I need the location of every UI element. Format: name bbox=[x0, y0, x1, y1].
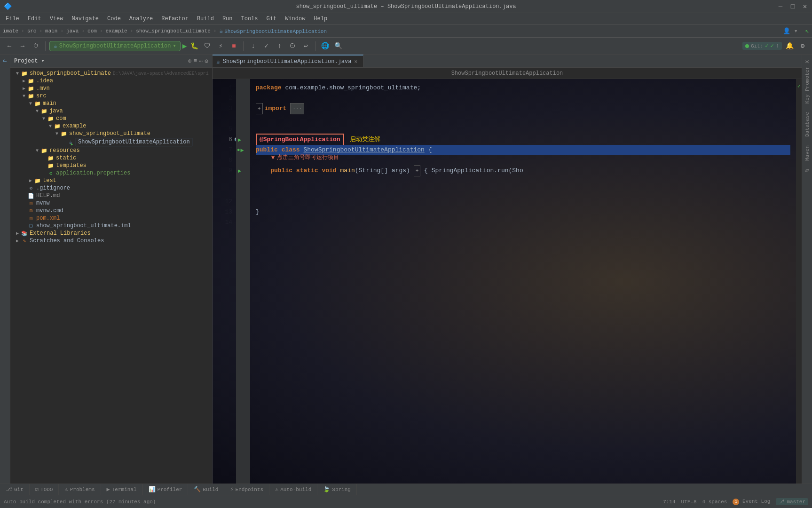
bottom-tab-autobuild[interactable]: ⚠ Auto-build bbox=[269, 484, 317, 495]
tree-mvnw[interactable]: m mvnw bbox=[10, 199, 212, 207]
debug-gutter-icon-7[interactable]: ● bbox=[237, 147, 240, 153]
translate-button[interactable]: 🌐 bbox=[319, 40, 331, 52]
tree-templates[interactable]: 📁 templates bbox=[10, 162, 212, 169]
minimize-button[interactable]: — bbox=[777, 3, 784, 10]
run-gutter-icon-9[interactable]: ▶ bbox=[238, 167, 241, 175]
breadcrumb-example[interactable]: example bbox=[106, 28, 127, 34]
menu-analyze[interactable]: Analyze bbox=[126, 15, 157, 23]
sidebar-maven[interactable]: Maven bbox=[804, 142, 811, 165]
project-settings-button[interactable]: ⚙ bbox=[205, 57, 208, 65]
tree-root[interactable]: ▼ 📁 show_springboot_ultimate D:\JAVA\jav… bbox=[10, 70, 212, 77]
cursor-icon[interactable]: ↖ bbox=[805, 27, 809, 35]
git-commit-button[interactable]: ✓ bbox=[260, 40, 272, 52]
run-gutter-icon-7[interactable]: ▶ bbox=[241, 147, 244, 154]
tree-resources[interactable]: ▼ 📁 resources bbox=[10, 147, 212, 154]
menu-file[interactable]: File bbox=[2, 15, 23, 23]
tree-mvn[interactable]: ▶ 📁 .mvn bbox=[10, 85, 212, 92]
tab-close-button[interactable]: ✕ bbox=[354, 58, 357, 64]
breadcrumb-com[interactable]: com bbox=[87, 28, 97, 34]
menu-tools[interactable]: Tools bbox=[237, 15, 262, 23]
tree-mvnw-cmd[interactable]: m mvnw.cmd bbox=[10, 207, 212, 214]
tree-main[interactable]: ▼ 📁 main bbox=[10, 100, 212, 107]
tree-test[interactable]: ▶ 📁 test bbox=[10, 177, 212, 184]
tree-main-class[interactable]: ☕ ▶ ShowSpringbootUltimateApplication bbox=[10, 137, 212, 147]
tree-pom-xml[interactable]: m pom.xml bbox=[10, 214, 212, 222]
status-event-log[interactable]: 1 Event Log bbox=[733, 499, 770, 505]
method-collapse-button[interactable]: + bbox=[414, 165, 421, 176]
sidebar-key-promoter[interactable]: Key Promoter X bbox=[804, 56, 811, 107]
tree-ext-libs[interactable]: ▶ 📚 External Libraries bbox=[10, 230, 212, 237]
locate-file-button[interactable]: ⊕ bbox=[188, 57, 192, 65]
code-content[interactable]: package com.example.show_springboot_ulti… bbox=[250, 79, 796, 484]
tree-idea[interactable]: ▶ 📁 .idea bbox=[10, 77, 212, 85]
tree-scratches[interactable]: ▶ ✎ Scratches and Consoles bbox=[10, 237, 212, 245]
breadcrumb-package[interactable]: show_springboot_ultimate bbox=[136, 28, 210, 34]
menu-run[interactable]: Run bbox=[219, 15, 237, 23]
menu-code[interactable]: Code bbox=[103, 15, 125, 23]
status-git-branch[interactable]: ⎇ master bbox=[776, 498, 808, 505]
tree-example[interactable]: ▼ 📁 example bbox=[10, 122, 212, 130]
breadcrumb-class[interactable]: ☕ShowSpringbootUltimateApplication bbox=[219, 27, 327, 35]
tree-help-md[interactable]: 📄 HELP.md bbox=[10, 192, 212, 199]
bottom-tab-terminal[interactable]: ▶ Terminal bbox=[101, 484, 143, 495]
run-config-selector[interactable]: ☕ ShowSpringbootUltimateApplication ▾ bbox=[49, 41, 181, 51]
sidebar-database[interactable]: Database bbox=[804, 108, 811, 141]
import-collapsed-box[interactable]: ··· bbox=[290, 103, 304, 114]
settings-button[interactable]: ⚙ bbox=[797, 40, 808, 52]
breadcrumb-java[interactable]: java bbox=[66, 28, 79, 34]
breadcrumb-src[interactable]: src bbox=[27, 28, 37, 34]
bottom-tab-endpoints[interactable]: ⚡ Endpoints bbox=[224, 484, 269, 495]
menu-edit[interactable]: Edit bbox=[24, 15, 45, 23]
tree-static[interactable]: 📁 static bbox=[10, 154, 212, 162]
notification-button[interactable]: 🔔 bbox=[784, 40, 795, 52]
menu-window[interactable]: Window bbox=[281, 15, 309, 23]
bottom-tab-build[interactable]: 🔨 Build bbox=[188, 484, 224, 495]
tree-iml[interactable]: ⬡ show_springboot_ultimate.iml bbox=[10, 222, 212, 230]
bottom-tab-problems[interactable]: ⚠ Problems bbox=[59, 484, 101, 495]
breadcrumb-imate[interactable]: imate bbox=[3, 28, 18, 34]
menu-build[interactable]: Build bbox=[193, 15, 218, 23]
bottom-tab-profiler[interactable]: 📊 Profiler bbox=[143, 484, 189, 495]
menu-view[interactable]: View bbox=[46, 15, 67, 23]
bottom-tab-spring[interactable]: 🍃 Spring bbox=[317, 484, 357, 495]
tree-com[interactable]: ▼ 📁 com bbox=[10, 115, 212, 122]
recent-files-button[interactable]: ⏱ bbox=[30, 40, 41, 52]
sidebar-m[interactable]: m bbox=[804, 166, 810, 175]
git-revert-button[interactable]: ↩ bbox=[300, 40, 311, 52]
run-button[interactable]: ▶ bbox=[182, 41, 187, 51]
bottom-tab-todo[interactable]: ☑ TODO bbox=[30, 484, 59, 495]
tree-show-pkg[interactable]: ▼ 📁 show_springboot_ultimate bbox=[10, 130, 212, 137]
tree-app-props[interactable]: ⚙ application.properties bbox=[10, 169, 212, 177]
git-branch-bar[interactable]: Git: ✓ ✓ ↑ bbox=[742, 42, 782, 50]
status-indent[interactable]: 4 spaces bbox=[702, 499, 727, 505]
debug-button[interactable]: 🐛 bbox=[189, 40, 200, 52]
editor-tab-main[interactable]: ☕ ShowSpringbootUltimateApplication.java… bbox=[213, 55, 363, 67]
git-history-button[interactable]: ⏲ bbox=[287, 40, 298, 52]
back-button[interactable]: ← bbox=[4, 40, 15, 52]
profile-button[interactable]: ⚡ bbox=[215, 40, 226, 52]
tree-gitignore[interactable]: ⊘ .gitignore bbox=[10, 184, 212, 192]
forward-button[interactable]: → bbox=[17, 40, 28, 52]
menu-refactor[interactable]: Refactor bbox=[158, 15, 192, 23]
project-tool-button[interactable]: P bbox=[1, 56, 9, 65]
collapse-all-button[interactable]: ≡ bbox=[194, 57, 197, 65]
breadcrumb-main[interactable]: main bbox=[45, 28, 57, 34]
expand-all-button[interactable]: ⋯ bbox=[199, 57, 203, 65]
coverage-button[interactable]: 🛡 bbox=[202, 40, 213, 52]
stop-button[interactable]: ■ bbox=[228, 40, 239, 52]
tree-java[interactable]: ▼ 📁 java bbox=[10, 107, 212, 115]
menu-help[interactable]: Help bbox=[310, 15, 331, 23]
git-push-button[interactable]: ↑ bbox=[274, 40, 285, 52]
user-icon[interactable]: 👤 ▾ bbox=[783, 27, 798, 35]
maximize-button[interactable]: □ bbox=[789, 3, 796, 10]
run-gutter-icon-6[interactable]: ▶ bbox=[238, 136, 241, 143]
bottom-tab-git[interactable]: ⎇ Git bbox=[0, 484, 30, 495]
expand-import-button[interactable]: + bbox=[256, 103, 263, 114]
code-editor[interactable]: 1 2 3 5 6 🔍 7 8 9 12 13 14 bbox=[213, 79, 802, 484]
status-position[interactable]: 7:14 bbox=[663, 499, 675, 505]
menu-navigate[interactable]: Navigate bbox=[68, 15, 102, 23]
status-encoding[interactable]: UTF-8 bbox=[681, 499, 697, 505]
menu-git[interactable]: Git bbox=[263, 15, 281, 23]
git-update-button[interactable]: ↓ bbox=[247, 40, 259, 52]
tree-src[interactable]: ▼ 📁 src bbox=[10, 92, 212, 100]
